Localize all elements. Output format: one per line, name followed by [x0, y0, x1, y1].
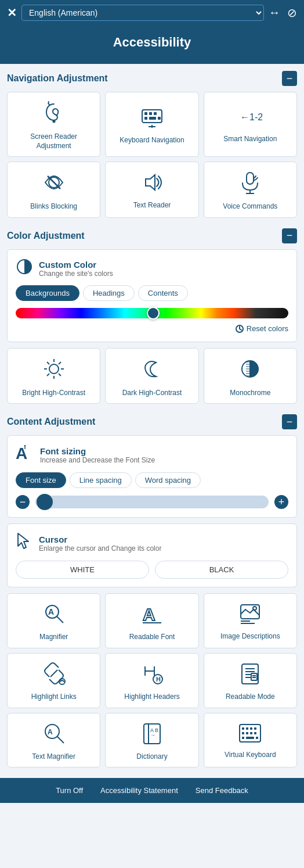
svg-text:A: A: [48, 607, 54, 616]
nav-section-title: Navigation Adjustment: [7, 73, 108, 84]
contrast-grid: Bright High-Contrast Dark High-Contrast: [7, 348, 297, 404]
svg-rect-7: [158, 117, 161, 120]
magnifier-card[interactable]: A Magnifier: [7, 593, 100, 648]
cursor-header: Cursor Enlarge the cursor and Change its…: [16, 532, 288, 555]
cursor-title: Cursor: [39, 535, 161, 544]
monochrome-card[interactable]: Monochrome: [204, 348, 297, 404]
custom-color-title: Custom Color: [39, 260, 113, 270]
svg-line-27: [47, 374, 49, 376]
close-icon[interactable]: ✕: [7, 6, 17, 20]
svg-text:A: A: [48, 728, 53, 736]
dark-contrast-label: Dark High-Contrast: [122, 389, 182, 398]
image-desc-icon: [238, 602, 262, 627]
svg-rect-1: [142, 110, 162, 123]
readable-mode-card[interactable]: Readable Mode: [204, 653, 297, 708]
nav-collapse-button[interactable]: −: [282, 71, 297, 86]
text-mag-icon: A: [42, 722, 66, 748]
image-descriptions-card[interactable]: Image Descriptions: [204, 593, 297, 648]
slider-thumb: [147, 307, 160, 320]
turn-off-link[interactable]: Turn Off: [56, 786, 83, 795]
keyboard-nav-card[interactable]: Keyboard Navigation: [105, 92, 198, 157]
keyboard-icon: [140, 106, 164, 131]
blinks-blocking-card[interactable]: Blinks Blocking: [7, 162, 100, 218]
cursor-card: Cursor Enlarge the cursor and Change its…: [7, 523, 297, 587]
text-reader-card[interactable]: Text Reader: [105, 162, 198, 218]
color-slider[interactable]: [16, 308, 288, 318]
tab-backgrounds[interactable]: Backgrounds: [16, 285, 79, 301]
content-collapse-button[interactable]: −: [282, 414, 297, 429]
highlight-headers-card[interactable]: H Highlight Headers: [105, 653, 198, 708]
cursor-buttons: WHITE BLACK: [16, 561, 288, 579]
text-reader-label: Text Reader: [133, 201, 171, 210]
svg-marker-13: [146, 175, 155, 190]
svg-point-0: [53, 121, 55, 123]
font-sizing-subtitle: Increase and Decrease the Font Size: [40, 456, 155, 464]
content-feature-grid-3: A Text Magnifier A → B Dictionary: [7, 713, 297, 768]
language-select[interactable]: English (American): [21, 5, 264, 21]
top-bar: ✕ English (American) ↔ ⊘: [0, 0, 304, 26]
svg-text:B: B: [155, 727, 158, 733]
toggle-track[interactable]: [35, 496, 269, 508]
virtual-keyboard-card[interactable]: Virtual Keyboard: [204, 713, 297, 768]
svg-rect-70: [242, 727, 244, 730]
smart-nav-card[interactable]: ←1-2→ Smart Navigation: [204, 92, 297, 157]
highlight-link-icon: [42, 662, 66, 688]
moon-icon: [140, 357, 164, 384]
tab-font-size[interactable]: Font size: [16, 472, 66, 488]
tab-line-spacing[interactable]: Line spacing: [70, 472, 132, 488]
font-decrease-button[interactable]: −: [16, 495, 30, 509]
dictionary-card[interactable]: A → B Dictionary: [105, 713, 198, 768]
color-collapse-button[interactable]: −: [282, 228, 297, 243]
title-bar: Accessibility: [0, 26, 304, 64]
svg-text:←1-2→: ←1-2→: [240, 112, 262, 122]
bright-high-contrast-card[interactable]: Bright High-Contrast: [7, 348, 100, 404]
svg-point-19: [49, 364, 59, 374]
hide-icon[interactable]: ⊘: [287, 6, 297, 20]
resize-icon[interactable]: ↔: [269, 6, 280, 20]
half-circle-icon: [16, 258, 33, 279]
color-slider-wrap: [16, 308, 288, 318]
cursor-icon: [16, 532, 33, 555]
svg-line-24: [47, 362, 49, 364]
cursor-black-button[interactable]: BLACK: [155, 561, 288, 579]
screen-reader-card[interactable]: Screen ReaderAdjustment: [7, 92, 100, 157]
page-title: Accessibility: [90, 31, 215, 53]
content-adjustment-section: Content Adjustment − A Font sizing Incre…: [7, 414, 297, 767]
svg-rect-77: [254, 732, 256, 734]
readable-mode-label: Readable Mode: [226, 693, 275, 702]
svg-rect-71: [246, 727, 248, 730]
color-section-header: Color Adjustment −: [7, 228, 297, 243]
cursor-white-button[interactable]: WHITE: [16, 561, 149, 579]
mic-icon: [238, 170, 262, 198]
statement-link[interactable]: Accessibility Statement: [100, 786, 178, 795]
svg-rect-78: [242, 737, 244, 739]
tab-headings[interactable]: Headings: [83, 285, 135, 301]
readable-mode-icon: [238, 662, 262, 688]
tab-contents[interactable]: Contents: [138, 285, 188, 301]
svg-text:A: A: [143, 605, 155, 624]
feedback-link[interactable]: Send Feedback: [196, 786, 248, 795]
svg-rect-76: [250, 732, 252, 734]
svg-rect-79: [246, 737, 254, 739]
virtual-keyboard-label: Virtual Keyboard: [225, 751, 276, 760]
nav-adjustment-section: Navigation Adjustment − Screen ReaderAdj…: [7, 71, 297, 218]
voice-commands-card[interactable]: Voice Commands: [204, 162, 297, 218]
font-size-icon: A: [16, 444, 34, 467]
dark-high-contrast-card[interactable]: Dark High-Contrast: [105, 348, 198, 404]
content-section-title: Content Adjustment: [7, 417, 95, 427]
svg-rect-73: [254, 727, 256, 730]
blinks-blocking-label: Blinks Blocking: [30, 202, 77, 211]
tab-word-spacing[interactable]: Word spacing: [135, 472, 201, 488]
smart-nav-icon: ←1-2→: [238, 107, 262, 130]
reset-colors-button[interactable]: Reset colors: [16, 324, 288, 333]
bright-contrast-label: Bright High-Contrast: [22, 389, 85, 398]
highlight-links-card[interactable]: Highlight Links: [7, 653, 100, 708]
blink-off-icon: [42, 170, 66, 198]
ear-icon: [42, 101, 66, 128]
font-increase-button[interactable]: +: [274, 495, 288, 509]
font-sizing-card: A Font sizing Increase and Decrease the …: [7, 435, 297, 518]
readable-font-card[interactable]: A Readable Font: [105, 593, 198, 648]
color-adjustment-section: Color Adjustment − Custom Color Change t…: [7, 228, 297, 404]
svg-rect-80: [256, 737, 258, 739]
text-magnifier-card[interactable]: A Text Magnifier: [7, 713, 100, 768]
